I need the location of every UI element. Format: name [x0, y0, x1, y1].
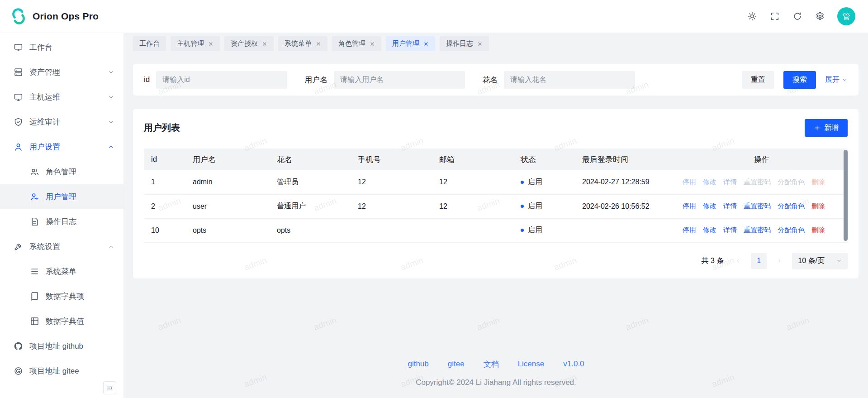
close-icon[interactable] — [262, 41, 267, 47]
sidebar-item-host-ops[interactable]: 主机运维 — [0, 85, 123, 110]
user-icon — [14, 142, 23, 152]
action-delete-link[interactable]: 删除 — [811, 226, 825, 235]
sidebar-item-project-github[interactable]: 项目地址 github — [0, 334, 123, 359]
action-assign-role-link[interactable]: 分配角色 — [778, 202, 805, 211]
sidebar-item-label: 用户管理 — [46, 192, 114, 202]
sidebar-item-dict-items[interactable]: 数据字典项 — [0, 284, 123, 309]
sidebar-item-ops-audit[interactable]: 运维审计 — [0, 110, 123, 134]
action-disable-link[interactable]: 停用 — [683, 226, 696, 235]
theme-toggle-icon[interactable] — [747, 11, 758, 22]
cell-nickname: 管理员 — [270, 170, 351, 194]
action-detail-link[interactable]: 详情 — [723, 178, 737, 187]
refresh-icon[interactable] — [792, 11, 803, 22]
cell-last-login — [575, 218, 675, 242]
tab-system-menu[interactable]: 系统菜单 — [278, 36, 327, 51]
sidebar-item-asset-management[interactable]: 资产管理 — [0, 60, 123, 85]
sidebar-item-label: 系统菜单 — [46, 266, 114, 277]
tab-asset-authorization[interactable]: 资产授权 — [224, 36, 274, 51]
tab-user-management[interactable]: 用户管理 — [386, 36, 435, 51]
action-edit-link[interactable]: 修改 — [703, 202, 716, 211]
action-disable-link[interactable]: 停用 — [683, 202, 696, 211]
expand-toggle[interactable]: 展开 — [825, 75, 848, 85]
search-button[interactable]: 搜索 — [783, 71, 816, 89]
username-label: 用户名 — [304, 75, 327, 85]
prev-page-button[interactable] — [731, 254, 745, 268]
close-icon[interactable] — [316, 41, 321, 47]
action-disable-link[interactable]: 停用 — [683, 178, 696, 187]
footer-link-docs[interactable]: 文档 — [484, 359, 499, 369]
footer-link-version[interactable]: v1.0.0 — [563, 360, 584, 369]
sidebar-item-user-management[interactable]: 用户管理 — [0, 184, 123, 209]
status-dot — [521, 205, 524, 208]
action-edit-link[interactable]: 修改 — [703, 178, 716, 187]
action-assign-role-link[interactable]: 分配角色 — [778, 226, 805, 235]
action-reset-password-link[interactable]: 重置密码 — [744, 202, 771, 211]
close-icon[interactable] — [208, 41, 213, 47]
sidebar-item-label: 角色管理 — [46, 167, 114, 177]
sidebar-item-user-settings[interactable]: 用户设置 — [0, 134, 123, 159]
column-header-nickname: 花名 — [270, 149, 351, 170]
sidebar-item-operation-logs[interactable]: 操作日志 — [0, 209, 123, 234]
tab-label: 资产授权 — [231, 39, 258, 48]
footer-link-github[interactable]: github — [408, 360, 428, 369]
sidebar-item-workbench[interactable]: 工作台 — [0, 35, 123, 60]
close-icon[interactable] — [370, 41, 375, 47]
id-input[interactable] — [156, 71, 287, 89]
action-assign-role-link[interactable]: 分配角色 — [778, 178, 805, 187]
reset-button[interactable]: 重置 — [742, 71, 774, 89]
cell-last-login: 2024-02-27 12:28:59 — [575, 170, 675, 194]
action-delete-link[interactable]: 删除 — [811, 178, 825, 187]
action-detail-link[interactable]: 详情 — [723, 202, 737, 211]
app-logo[interactable]: Orion Ops Pro — [10, 8, 99, 25]
header-actions: 管 — [747, 7, 855, 25]
column-header-mobile: 手机号 — [351, 149, 432, 170]
sidebar-item-system-menu[interactable]: 系统菜单 — [0, 259, 123, 284]
collapse-sidebar-button[interactable] — [103, 381, 116, 394]
app-title: Orion Ops Pro — [33, 11, 99, 22]
page-number-current[interactable]: 1 — [751, 253, 767, 269]
sidebar-item-label: 系统设置 — [29, 241, 101, 252]
cell-username: admin — [185, 170, 270, 194]
action-reset-password-link[interactable]: 重置密码 — [744, 178, 771, 187]
add-user-button[interactable]: 新增 — [805, 119, 848, 137]
sidebar-item-system-settings[interactable]: 系统设置 — [0, 234, 123, 259]
pagination-total: 共 3 条 — [702, 256, 724, 266]
fullscreen-icon[interactable] — [769, 11, 780, 22]
column-header-email: 邮箱 — [432, 149, 513, 170]
footer-link-license[interactable]: License — [518, 360, 545, 369]
sidebar-item-label: 数据字典值 — [46, 316, 114, 326]
tab-host-management[interactable]: 主机管理 — [171, 36, 220, 51]
user-table: id 用户名 花名 手机号 邮箱 状态 最后登录时间 操作 1 — [144, 149, 848, 243]
watermark-text: admin — [476, 315, 501, 332]
cell-mobile: 12 — [351, 170, 432, 194]
table-scrollbar[interactable] — [844, 150, 848, 241]
nickname-input[interactable] — [504, 71, 635, 89]
close-icon[interactable] — [423, 41, 429, 47]
sidebar-item-project-gitee[interactable]: 项目地址 gitee — [0, 359, 123, 384]
action-edit-link[interactable]: 修改 — [703, 226, 716, 235]
username-input[interactable] — [334, 71, 465, 89]
close-icon[interactable] — [477, 41, 483, 47]
menu-list-icon — [30, 267, 39, 276]
sidebar-item-role-management[interactable]: 角色管理 — [0, 159, 123, 184]
cell-mobile: 12 — [351, 194, 432, 218]
user-group-icon — [30, 167, 39, 177]
sidebar-item-dict-values[interactable]: 数据字典值 — [0, 309, 123, 334]
action-detail-link[interactable]: 详情 — [723, 226, 737, 235]
tab-workbench[interactable]: 工作台 — [133, 36, 166, 51]
page-size-select[interactable]: 10 条/页 — [792, 253, 848, 269]
avatar[interactable]: 管 — [837, 7, 855, 25]
chevron-up-icon — [108, 243, 114, 250]
panel-title: 用户列表 — [144, 122, 180, 134]
next-page-button[interactable] — [772, 254, 787, 268]
cell-actions: 停用 修改 详情 重置密码 分配角色 删除 — [675, 218, 848, 242]
pagination: 共 3 条 1 10 条/页 — [144, 253, 848, 269]
plus-icon — [814, 125, 821, 131]
footer-link-gitee[interactable]: gitee — [448, 360, 465, 369]
action-reset-password-link[interactable]: 重置密码 — [744, 226, 771, 235]
settings-icon[interactable] — [815, 11, 825, 22]
tab-operation-logs[interactable]: 操作日志 — [440, 36, 489, 51]
tab-role-management[interactable]: 角色管理 — [332, 36, 381, 51]
main-content: 工作台 主机管理 资产授权 系统菜单 角色管理 用户管理 — [124, 33, 868, 398]
action-delete-link[interactable]: 删除 — [811, 202, 825, 211]
